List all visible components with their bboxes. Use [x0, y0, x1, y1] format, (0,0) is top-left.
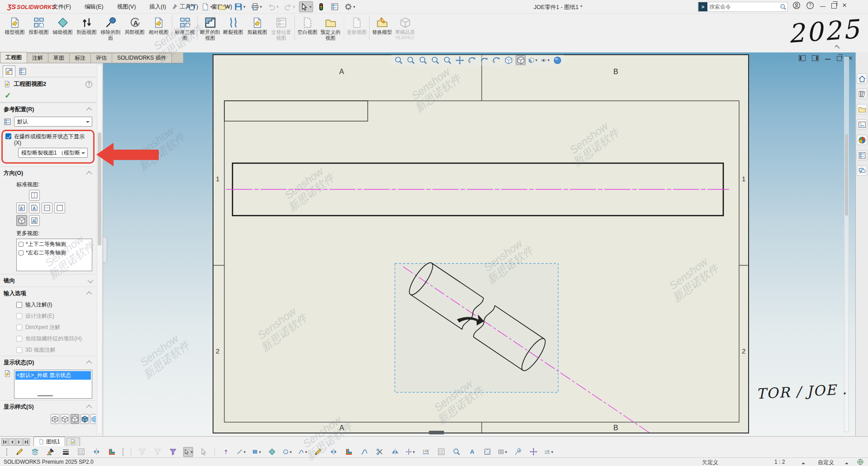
help-icon[interactable]	[806, 1, 814, 9]
design-library-button[interactable]	[857, 89, 867, 99]
undo-button[interactable]	[266, 1, 280, 12]
previous-view-button[interactable]	[442, 55, 452, 65]
section-view-toggle-button[interactable]	[528, 55, 538, 65]
graphics-area[interactable]: A B A B 1 2 1 2	[103, 52, 855, 436]
view-front-button[interactable]: A	[16, 202, 27, 213]
projected-view-button[interactable]: 投影视图	[27, 15, 51, 41]
ribbon-collapse-icon[interactable]	[835, 45, 840, 50]
filter-toggle-button[interactable]	[168, 447, 178, 457]
mirror-entities-button[interactable]	[390, 447, 400, 457]
more-views-list[interactable]: *上下二等角轴测 *左右二等角轴测	[16, 239, 92, 271]
option-checkbox[interactable]	[16, 313, 22, 319]
table-button[interactable]	[498, 447, 508, 457]
layer-properties-button[interactable]	[14, 447, 24, 457]
scrollbar-thumb[interactable]	[845, 134, 848, 216]
previous-sheet-button[interactable]	[9, 438, 15, 446]
import-option[interactable]: 输入注解(I)	[0, 299, 96, 311]
broken-out-section-button[interactable]: 断开的剖视图	[197, 15, 221, 41]
view-right-button[interactable]	[42, 202, 52, 213]
sketch-point-button[interactable]	[221, 447, 231, 457]
search-icon[interactable]	[780, 4, 787, 10]
detail-view-button[interactable]: 局部视图	[123, 15, 147, 41]
view-top-button[interactable]	[29, 190, 40, 201]
close-button[interactable]: ×	[842, 2, 847, 9]
menu-item[interactable]: 插入(I)	[147, 2, 168, 12]
view-isometric-button[interactable]	[16, 215, 27, 226]
account-icon[interactable]	[792, 1, 801, 9]
filter-faces-button[interactable]	[152, 447, 162, 457]
view-checkbox[interactable]	[19, 242, 24, 247]
configuration-tab[interactable]	[16, 66, 29, 77]
predefined-view-button[interactable]: 预定义的视图	[318, 15, 342, 41]
view-selection-box[interactable]	[395, 264, 558, 392]
import-option[interactable]: 设计注解(E)	[0, 311, 96, 322]
line-style-button[interactable]	[76, 447, 86, 457]
option-checkbox[interactable]	[16, 302, 22, 308]
view-orientation-button[interactable]	[479, 55, 489, 65]
custom-properties-button[interactable]	[857, 150, 867, 160]
section-reference-configuration[interactable]: 参考配置(R)	[0, 103, 96, 115]
toggle-right-pane-icon[interactable]	[812, 55, 819, 61]
add-sheet-button[interactable]	[66, 438, 80, 446]
balloon-button[interactable]	[513, 447, 523, 457]
section-view-button[interactable]: 剖面视图	[75, 15, 99, 41]
options-button[interactable]	[343, 1, 357, 12]
option-checkbox[interactable]	[16, 347, 22, 353]
line-thickness-button[interactable]	[61, 447, 71, 457]
empty-view-button[interactable]: 空白视图	[294, 15, 318, 41]
model-view-button[interactable]: 模型视图	[3, 15, 27, 41]
graphics-vertical-scrollbar[interactable]	[844, 57, 849, 432]
appearances-button[interactable]	[857, 135, 867, 145]
select-tool-button[interactable]	[183, 447, 193, 457]
display-state-selected[interactable]: <默认>_外观 显示状态	[15, 371, 91, 380]
units-caret-icon[interactable]	[845, 461, 849, 464]
dimension-set-button[interactable]	[544, 447, 554, 457]
style-shaded-with-edges-button[interactable]	[81, 414, 89, 424]
view-checkbox[interactable]	[19, 250, 24, 255]
rotate-view-button[interactable]	[467, 55, 477, 65]
update-view-button[interactable]: 更新视图	[344, 15, 368, 41]
sketch-circle-button[interactable]	[282, 447, 292, 457]
redraw-button[interactable]	[491, 55, 501, 65]
zoom-to-area-button[interactable]	[406, 55, 416, 65]
command-tab[interactable]: 注解	[27, 53, 48, 63]
property-manager-tab[interactable]	[3, 66, 15, 77]
toolbar-grip[interactable]	[6, 448, 8, 456]
graphics-horizontal-scrollbar[interactable]	[108, 430, 840, 435]
filter-edges-button[interactable]	[137, 447, 147, 457]
panel-splitter-handle[interactable]	[103, 237, 107, 263]
hide-show-items-button[interactable]	[540, 55, 550, 65]
panel-scrollbar[interactable]	[97, 64, 102, 434]
relative-view-button[interactable]: 相对视图	[147, 15, 171, 41]
doc-restore-button[interactable]	[837, 56, 842, 61]
menu-item[interactable]: 视图(V)	[115, 2, 138, 12]
style-shaded-button[interactable]	[90, 414, 96, 424]
scrollbar-thumb[interactable]	[429, 431, 444, 434]
apply-scene-button[interactable]	[552, 55, 562, 65]
option-checkbox[interactable]	[16, 325, 22, 330]
select-other-button[interactable]	[199, 447, 209, 457]
configuration-dropdown[interactable]: 默认	[14, 117, 92, 127]
sketch-centerline-button[interactable]	[328, 447, 338, 457]
sketch-rectangle-button[interactable]	[251, 447, 261, 457]
new-document-button[interactable]	[200, 1, 214, 12]
note-button[interactable]	[467, 447, 477, 457]
style-wireframe-button[interactable]	[51, 414, 59, 424]
pan-button[interactable]	[455, 55, 465, 65]
pin-icon[interactable]	[171, 3, 178, 10]
layers-button[interactable]	[30, 447, 40, 457]
sketch-pencil-button[interactable]	[313, 447, 323, 457]
format-painter-button[interactable]	[45, 447, 55, 457]
removed-section-button[interactable]: 移除的剖面	[99, 15, 123, 41]
open-button[interactable]	[217, 1, 231, 12]
display-style-button[interactable]	[516, 55, 526, 65]
save-button[interactable]	[233, 1, 247, 12]
move-entities-button[interactable]	[405, 447, 415, 457]
import-option[interactable]: DimXpert 注解	[0, 322, 96, 333]
toolbar-grip[interactable]	[123, 448, 124, 456]
scale-caret-icon[interactable]	[802, 461, 805, 464]
restore-button[interactable]	[831, 3, 837, 9]
first-sheet-button[interactable]	[1, 438, 8, 446]
section-import-options[interactable]: 输入选项	[0, 287, 96, 299]
help-icon[interactable]: ?	[85, 81, 92, 88]
